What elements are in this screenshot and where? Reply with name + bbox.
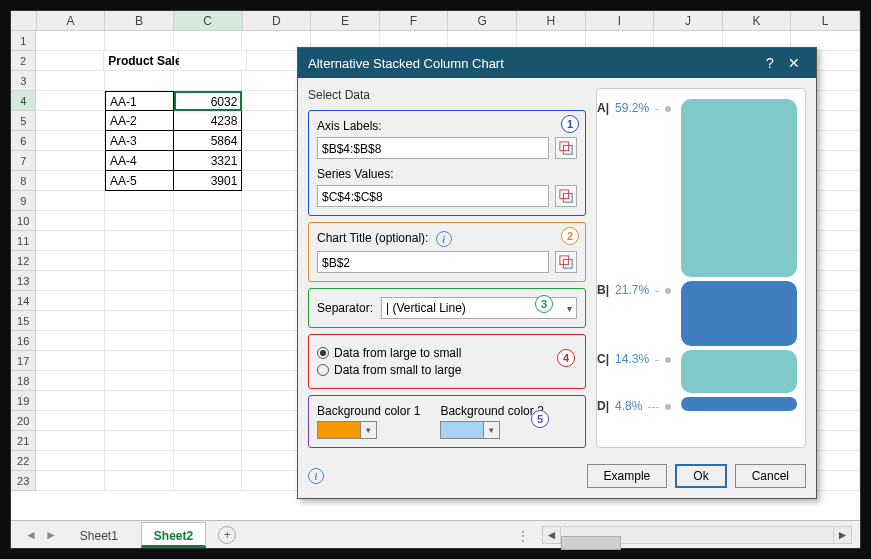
row-header[interactable]: 22 <box>11 451 36 471</box>
row-header[interactable]: 21 <box>11 431 36 451</box>
close-button[interactable]: ✕ <box>782 55 806 71</box>
cell[interactable] <box>174 31 243 51</box>
cell[interactable] <box>105 231 174 251</box>
cell[interactable] <box>105 251 174 271</box>
ok-button[interactable]: Ok <box>675 464 726 488</box>
cell[interactable] <box>105 311 174 331</box>
row-header[interactable]: 3 <box>11 71 36 91</box>
cell[interactable]: Product Sales <box>104 51 179 71</box>
cell[interactable] <box>36 171 105 191</box>
cell[interactable] <box>174 351 243 371</box>
cancel-button[interactable]: Cancel <box>735 464 806 488</box>
range-picker-icon[interactable] <box>555 251 577 273</box>
cell[interactable] <box>36 251 105 271</box>
cell[interactable] <box>36 291 105 311</box>
cell[interactable]: AA-4 <box>105 151 174 171</box>
info-icon[interactable]: i <box>436 231 452 247</box>
tab-resize-handle[interactable]: ⋮ <box>517 529 530 543</box>
col-header-G[interactable]: G <box>448 11 517 30</box>
cell[interactable] <box>174 411 243 431</box>
cell[interactable]: 3321 <box>174 151 243 171</box>
horizontal-scrollbar[interactable]: ◄ ► <box>542 526 852 544</box>
cell[interactable] <box>36 211 105 231</box>
row-header[interactable]: 14 <box>11 291 36 311</box>
col-header-D[interactable]: D <box>243 11 312 30</box>
cell[interactable] <box>105 211 174 231</box>
cell[interactable] <box>174 211 243 231</box>
cell[interactable] <box>105 191 174 211</box>
cell[interactable] <box>36 371 105 391</box>
cell[interactable] <box>36 151 105 171</box>
cell[interactable] <box>105 31 174 51</box>
cell[interactable]: 6032 <box>174 91 243 111</box>
row-header[interactable]: 11 <box>11 231 36 251</box>
cell[interactable] <box>36 351 105 371</box>
help-button[interactable]: ? <box>758 55 782 71</box>
scroll-right-icon[interactable]: ► <box>833 527 851 543</box>
row-header[interactable]: 1 <box>11 31 36 51</box>
cell[interactable] <box>105 391 174 411</box>
col-header-B[interactable]: B <box>105 11 174 30</box>
cell[interactable] <box>105 451 174 471</box>
info-icon[interactable]: i <box>308 468 324 484</box>
series-values-input[interactable]: $C$4:$C$8 <box>317 185 549 207</box>
cell[interactable] <box>36 331 105 351</box>
example-button[interactable]: Example <box>587 464 668 488</box>
cell[interactable] <box>174 431 243 451</box>
cell[interactable] <box>174 191 243 211</box>
col-header-I[interactable]: I <box>586 11 655 30</box>
cell[interactable] <box>36 111 105 131</box>
col-header-L[interactable]: L <box>791 11 860 30</box>
radio-large-to-small[interactable]: Data from large to small <box>317 346 577 360</box>
cell[interactable] <box>36 131 105 151</box>
row-header[interactable]: 12 <box>11 251 36 271</box>
cell[interactable] <box>174 231 243 251</box>
cell[interactable] <box>105 71 174 91</box>
sheet-tab[interactable]: Sheet1 <box>67 522 131 548</box>
bgcolor1-picker[interactable]: ▾ <box>317 421 377 439</box>
new-sheet-button[interactable]: + <box>218 526 236 544</box>
cell[interactable] <box>174 331 243 351</box>
row-header[interactable]: 2 <box>11 51 36 71</box>
cell[interactable] <box>174 251 243 271</box>
row-header[interactable]: 9 <box>11 191 36 211</box>
cell[interactable] <box>174 71 243 91</box>
cell[interactable] <box>36 71 105 91</box>
cell[interactable] <box>36 311 105 331</box>
cell[interactable] <box>174 271 243 291</box>
sheet-tab[interactable]: Sheet2 <box>141 522 206 548</box>
cell[interactable] <box>36 391 105 411</box>
cell[interactable]: 4238 <box>174 111 243 131</box>
row-header[interactable]: 4 <box>11 91 36 111</box>
chart-title-input[interactable]: $B$2 <box>317 251 549 273</box>
cell[interactable] <box>174 451 243 471</box>
cell[interactable]: AA-3 <box>105 131 174 151</box>
cell[interactable] <box>179 51 247 71</box>
row-header[interactable]: 7 <box>11 151 36 171</box>
row-header[interactable]: 6 <box>11 131 36 151</box>
range-picker-icon[interactable] <box>555 137 577 159</box>
select-all-corner[interactable] <box>11 11 37 30</box>
range-picker-icon[interactable] <box>555 185 577 207</box>
row-header[interactable]: 16 <box>11 331 36 351</box>
col-header-J[interactable]: J <box>654 11 723 30</box>
cell[interactable]: AA-1 <box>105 91 174 111</box>
row-header[interactable]: 5 <box>11 111 36 131</box>
tab-next-icon[interactable]: ► <box>45 528 57 542</box>
cell[interactable]: 5864 <box>174 131 243 151</box>
cell[interactable] <box>105 431 174 451</box>
cell[interactable] <box>36 31 105 51</box>
col-header-E[interactable]: E <box>311 11 380 30</box>
tab-prev-icon[interactable]: ◄ <box>25 528 37 542</box>
cell[interactable] <box>36 451 105 471</box>
cell[interactable] <box>174 311 243 331</box>
cell[interactable] <box>105 291 174 311</box>
col-header-F[interactable]: F <box>380 11 449 30</box>
scroll-left-icon[interactable]: ◄ <box>543 527 561 543</box>
row-header[interactable]: 20 <box>11 411 36 431</box>
scroll-thumb[interactable] <box>561 536 621 550</box>
cell[interactable] <box>105 331 174 351</box>
cell[interactable] <box>36 51 104 71</box>
cell[interactable] <box>36 231 105 251</box>
cell[interactable] <box>105 411 174 431</box>
